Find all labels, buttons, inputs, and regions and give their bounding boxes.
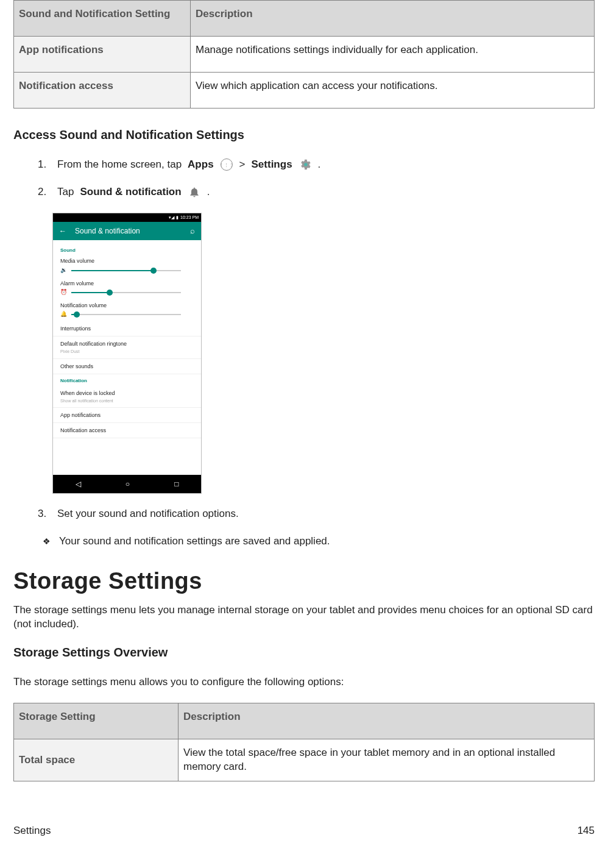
svg-point-0	[304, 163, 308, 167]
table-row: Notification access View which applicati…	[14, 72, 595, 108]
footer-page-number: 145	[578, 824, 595, 838]
notification-access-row[interactable]: Notification access	[53, 423, 201, 438]
media-volume-slider[interactable]: 🔉	[71, 270, 181, 271]
table-row: Total space View the total space/free sp…	[14, 739, 595, 781]
default-ringtone-row[interactable]: Default notification ringtone Pixie Dust	[53, 336, 201, 359]
step-3-text: Set your sound and notification options.	[57, 507, 239, 521]
table2-row1-key: Total space	[14, 739, 179, 781]
footer-section: Settings	[13, 824, 51, 838]
phone-appbar: ← Sound & notification ⌕	[53, 222, 201, 240]
step-1-text-pre: From the home screen, tap	[57, 158, 182, 172]
storage-settings-intro: The storage settings menu lets you manag…	[13, 603, 595, 631]
section-sound: Sound	[53, 244, 201, 255]
speaker-icon: 🔉	[60, 266, 67, 274]
nav-recent-icon[interactable]: □	[174, 479, 179, 489]
appbar-title: Sound & notification	[75, 226, 140, 236]
bell-icon	[188, 185, 201, 199]
phone-navbar: ◁ ○ □	[53, 475, 201, 493]
battery-icon: ▮	[176, 215, 179, 220]
gear-icon	[299, 158, 312, 171]
step-2: 2. Tap Sound & notification .	[38, 185, 595, 199]
table1-header-setting: Sound and Notification Setting	[14, 1, 191, 37]
interruptions-row[interactable]: Interruptions	[53, 321, 201, 336]
storage-overview-heading: Storage Settings Overview	[13, 644, 595, 661]
app-notifications-row[interactable]: App notifications	[53, 408, 201, 423]
nav-back-icon[interactable]: ◁	[76, 479, 81, 489]
step-2-text-post: .	[207, 185, 210, 199]
step-3: 3. Set your sound and notification optio…	[38, 507, 595, 521]
step-number: 2.	[38, 185, 51, 199]
storage-overview-intro: The storage settings menu allows you to …	[13, 675, 595, 689]
step-1-gt: >	[239, 158, 246, 172]
default-ringtone-value: Pixie Dust	[60, 349, 194, 354]
table1-row1-key: App notifications	[14, 36, 191, 72]
step-2-text-pre: Tap	[57, 185, 74, 199]
nav-home-icon[interactable]: ○	[125, 479, 130, 489]
step-number: 1.	[38, 158, 51, 172]
table1-header-description: Description	[191, 1, 595, 37]
alarm-volume-label: Alarm volume	[60, 280, 194, 287]
default-ringtone-label: Default notification ringtone	[60, 340, 194, 347]
table1-row2-val: View which application can access your n…	[191, 72, 595, 108]
when-locked-label: When device is locked	[60, 390, 194, 397]
table1-row1-val: Manage notifications settings individual…	[191, 36, 595, 72]
search-icon[interactable]: ⌕	[190, 226, 195, 237]
phone-screenshot: ▾◢ ▮ 10:23 PM ← Sound & notification ⌕ S…	[52, 213, 202, 494]
media-volume-label: Media volume	[60, 257, 194, 265]
apps-icon	[220, 158, 233, 171]
other-sounds-row[interactable]: Other sounds	[53, 359, 201, 374]
back-icon[interactable]: ←	[59, 226, 66, 236]
sound-notification-table: Sound and Notification Setting Descripti…	[13, 0, 595, 108]
table2-header-description: Description	[179, 703, 595, 739]
step-number: 3.	[38, 507, 51, 521]
bell-small-icon: 🔔	[60, 310, 67, 318]
storage-settings-table: Storage Setting Description Total space …	[13, 703, 595, 781]
step-1-settings-label: Settings	[252, 158, 292, 172]
table2-header-setting: Storage Setting	[14, 703, 179, 739]
status-time: 10:23 PM	[180, 215, 199, 220]
alarm-icon: ⏰	[60, 288, 67, 296]
section-notification: Notification	[53, 374, 201, 386]
table1-row2-key: Notification access	[14, 72, 191, 108]
table2-row1-val: View the total space/free space in your …	[179, 739, 595, 781]
notification-volume-slider[interactable]: 🔔	[71, 314, 181, 315]
phone-statusbar: ▾◢ ▮ 10:23 PM	[53, 213, 201, 222]
step-1: 1. From the home screen, tap Apps > Sett…	[38, 158, 595, 172]
notification-volume-label: Notification volume	[60, 302, 194, 309]
result-bullet: Your sound and notification settings are…	[43, 535, 595, 549]
alarm-volume-slider[interactable]: ⏰	[71, 292, 181, 293]
section-title-access: Access Sound and Notification Settings	[13, 127, 595, 143]
when-locked-value: Show all notification content	[60, 398, 194, 404]
table-row: App notifications Manage notifications s…	[14, 36, 595, 72]
storage-settings-heading: Storage Settings	[13, 566, 595, 597]
signal-icon: ▾◢	[169, 215, 174, 220]
step-1-text-post: .	[318, 158, 321, 172]
step-2-bold: Sound & notification	[80, 185, 181, 199]
when-locked-row[interactable]: When device is locked Show all notificat…	[53, 386, 201, 408]
step-1-apps-label: Apps	[188, 158, 214, 172]
